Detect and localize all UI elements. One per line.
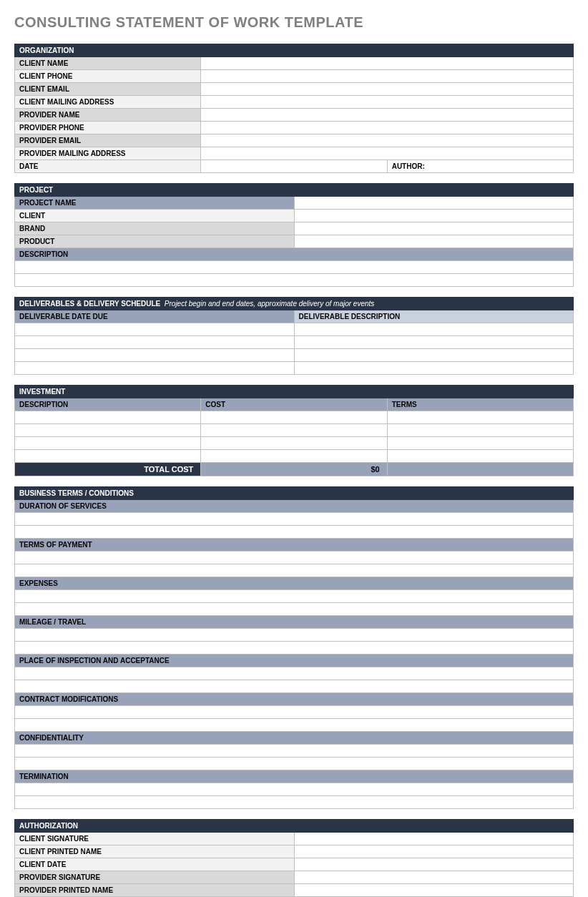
organization-section: ORGANIZATION CLIENT NAME CLIENT PHONE CL… xyxy=(14,44,574,173)
business-terms-header: BUSINESS TERMS / CONDITIONS xyxy=(15,487,574,500)
term-input-5-b[interactable] xyxy=(15,719,574,732)
inv-desc-col: DESCRIPTION xyxy=(15,398,201,411)
term-input-1-b[interactable] xyxy=(15,564,574,577)
inv-terms-2[interactable] xyxy=(387,424,573,437)
term-input-0-a[interactable] xyxy=(15,513,574,526)
term-label-2: EXPENSES xyxy=(15,577,574,590)
org-label-4: PROVIDER NAME xyxy=(15,109,201,122)
deliv-date-2[interactable] xyxy=(15,336,295,349)
inv-terms-4[interactable] xyxy=(387,450,573,463)
org-label-5: PROVIDER PHONE xyxy=(15,122,201,134)
inv-cost-2[interactable] xyxy=(201,424,387,437)
term-input-4-a[interactable] xyxy=(15,667,574,680)
proj-label-1: CLIENT xyxy=(15,210,295,222)
auth-label-3: PROVIDER SIGNATURE xyxy=(15,871,295,884)
deliv-date-3[interactable] xyxy=(15,349,295,362)
term-input-4-b[interactable] xyxy=(15,680,574,693)
auth-input-1[interactable] xyxy=(294,845,574,858)
org-input-6[interactable] xyxy=(201,134,574,147)
deliv-desc-1[interactable] xyxy=(294,323,574,336)
deliverable-date-col: DELIVERABLE DATE DUE xyxy=(15,310,295,323)
term-input-7-a[interactable] xyxy=(15,783,574,796)
project-table: PROJECT PROJECT NAME CLIENT BRAND PRODUC… xyxy=(14,183,574,287)
inv-terms-col: TERMS xyxy=(387,398,573,411)
auth-label-0: CLIENT SIGNATURE xyxy=(15,833,295,845)
inv-cost-1[interactable] xyxy=(201,411,387,424)
description-input-2[interactable] xyxy=(15,274,574,287)
author-label[interactable]: AUTHOR: xyxy=(387,160,573,173)
org-label-3: CLIENT MAILING ADDRESS xyxy=(15,96,201,109)
deliverables-table: DELIVERABLES & DELIVERY SCHEDULE Project… xyxy=(14,297,574,375)
proj-input-3[interactable] xyxy=(294,235,574,248)
term-input-3-a[interactable] xyxy=(15,629,574,642)
term-label-7: TERMINATION xyxy=(15,770,574,783)
inv-desc-3[interactable] xyxy=(15,437,201,450)
page-title: CONSULTING STATEMENT OF WORK TEMPLATE xyxy=(14,14,574,31)
deliv-date-1[interactable] xyxy=(15,323,295,336)
term-input-6-b[interactable] xyxy=(15,758,574,770)
inv-terms-3[interactable] xyxy=(387,437,573,450)
description-input-1[interactable] xyxy=(15,261,574,274)
deliv-desc-3[interactable] xyxy=(294,349,574,362)
total-cost-label: TOTAL COST xyxy=(15,463,201,476)
inv-desc-2[interactable] xyxy=(15,424,201,437)
org-label-6: PROVIDER EMAIL xyxy=(15,134,201,147)
auth-input-4[interactable] xyxy=(294,884,574,897)
inv-cost-3[interactable] xyxy=(201,437,387,450)
term-input-7-b[interactable] xyxy=(15,796,574,809)
org-label-7: PROVIDER MAILING ADDRESS xyxy=(15,147,201,160)
deliv-desc-2[interactable] xyxy=(294,336,574,349)
deliverables-section: DELIVERABLES & DELIVERY SCHEDULE Project… xyxy=(14,297,574,375)
org-input-4[interactable] xyxy=(201,109,574,122)
org-input-1[interactable] xyxy=(201,70,574,83)
auth-input-2[interactable] xyxy=(294,858,574,871)
date-label: DATE xyxy=(15,160,201,173)
date-input[interactable] xyxy=(201,160,387,173)
inv-desc-1[interactable] xyxy=(15,411,201,424)
investment-section: INVESTMENT DESCRIPTION COST TERMS TOTAL … xyxy=(14,385,574,476)
proj-label-3: PRODUCT xyxy=(15,235,295,248)
project-header: PROJECT xyxy=(15,184,574,197)
inv-terms-1[interactable] xyxy=(387,411,573,424)
auth-input-3[interactable] xyxy=(294,871,574,884)
proj-input-0[interactable] xyxy=(294,197,574,210)
proj-label-2: BRAND xyxy=(15,222,295,235)
inv-desc-4[interactable] xyxy=(15,450,201,463)
term-input-0-b[interactable] xyxy=(15,526,574,539)
org-input-2[interactable] xyxy=(201,83,574,96)
term-input-1-a[interactable] xyxy=(15,552,574,564)
investment-header: INVESTMENT xyxy=(15,386,574,398)
auth-label-1: CLIENT PRINTED NAME xyxy=(15,845,295,858)
deliv-date-4[interactable] xyxy=(15,362,295,375)
total-cost-value: $0 xyxy=(201,463,387,476)
proj-label-0: PROJECT NAME xyxy=(15,197,295,210)
description-label: DESCRIPTION xyxy=(15,248,574,261)
org-input-3[interactable] xyxy=(201,96,574,109)
deliv-desc-4[interactable] xyxy=(294,362,574,375)
auth-label-2: CLIENT DATE xyxy=(15,858,295,871)
term-label-1: TERMS OF PAYMENT xyxy=(15,539,574,552)
authorization-header: AUTHORIZATION xyxy=(15,820,574,833)
org-input-5[interactable] xyxy=(201,122,574,134)
total-cost-blank xyxy=(387,463,573,476)
term-label-6: CONFIDENTIALITY xyxy=(15,732,574,745)
proj-input-1[interactable] xyxy=(294,210,574,222)
term-input-5-a[interactable] xyxy=(15,706,574,719)
org-label-1: CLIENT PHONE xyxy=(15,70,201,83)
org-input-0[interactable] xyxy=(201,57,574,70)
term-label-3: MILEAGE / TRAVEL xyxy=(15,616,574,629)
org-label-2: CLIENT EMAIL xyxy=(15,83,201,96)
organization-header: ORGANIZATION xyxy=(15,44,574,57)
auth-label-4: PROVIDER PRINTED NAME xyxy=(15,884,295,897)
deliverable-desc-col: DELIVERABLE DESCRIPTION xyxy=(294,310,574,323)
term-input-3-b[interactable] xyxy=(15,642,574,655)
auth-input-0[interactable] xyxy=(294,833,574,845)
inv-cost-4[interactable] xyxy=(201,450,387,463)
proj-input-2[interactable] xyxy=(294,222,574,235)
term-input-6-a[interactable] xyxy=(15,745,574,758)
term-input-2-b[interactable] xyxy=(15,603,574,616)
investment-table: INVESTMENT DESCRIPTION COST TERMS TOTAL … xyxy=(14,385,574,476)
term-input-2-a[interactable] xyxy=(15,590,574,603)
business-terms-table: BUSINESS TERMS / CONDITIONS DURATION OF … xyxy=(14,486,574,809)
org-input-7[interactable] xyxy=(201,147,574,160)
